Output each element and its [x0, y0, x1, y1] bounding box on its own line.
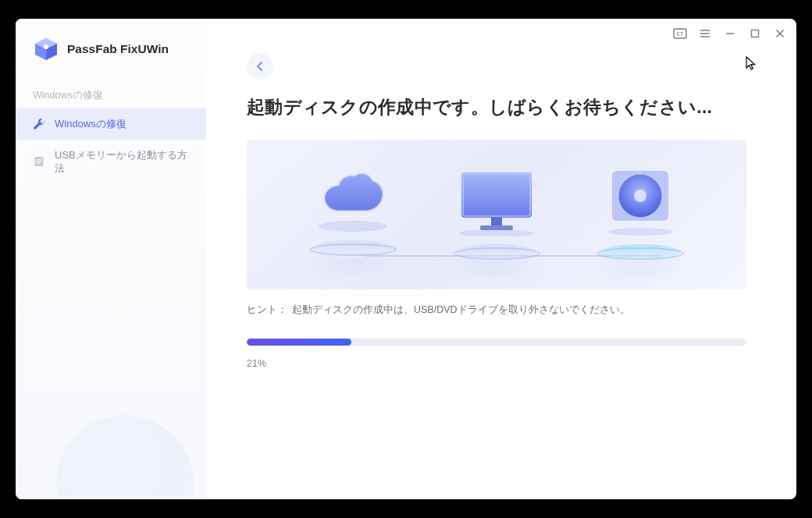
app-logo-icon: [33, 36, 59, 62]
close-icon[interactable]: [773, 27, 787, 41]
monitor-icon: [454, 169, 540, 236]
sidebar-item-usb-boot-guide[interactable]: USBメモリーから起動する方法: [16, 140, 206, 184]
hint-label: ヒント：: [247, 304, 287, 315]
chevron-left-icon: [255, 62, 265, 71]
cloud-icon: [315, 173, 390, 232]
device-monitor: [453, 169, 540, 260]
progress-percent: 21%: [247, 358, 753, 369]
sidebar-item-label: Windowsの修復: [55, 117, 189, 131]
sidebar-item-label: USBメモリーから起動する方法: [55, 148, 189, 176]
hint-text: ヒント：起動ディスクの作成中は、USB/DVDドライブを取り外さないでください。: [247, 303, 753, 317]
svg-point-27: [607, 228, 673, 236]
doc-icon: [33, 155, 45, 168]
main: 起動ディスクの作成中です。しばらくお待ちください...: [206, 19, 796, 369]
menu-icon[interactable]: [698, 27, 712, 41]
progress-fill: [247, 339, 351, 346]
back-button[interactable]: [247, 53, 273, 80]
titlebar: ET: [673, 27, 787, 41]
svg-rect-14: [752, 30, 759, 37]
svg-rect-20: [491, 218, 502, 225]
wrench-icon: [33, 118, 45, 130]
decorative-circle: [56, 415, 194, 499]
svg-text:ET: ET: [677, 31, 685, 37]
svg-point-17: [319, 221, 387, 232]
sidebar-section-title: Windowsの修復: [16, 81, 206, 108]
disc-icon: [604, 169, 676, 236]
app-title: PassFab FixUWin: [67, 42, 169, 56]
sidebar-item-windows-repair[interactable]: Windowsの修復: [16, 108, 206, 140]
svg-point-22: [459, 229, 534, 236]
content-area: ET 起動ディスクの作成中です。しばらくお待ちください...: [206, 19, 796, 499]
hint-body: 起動ディスクの作成中は、USB/DVDドライブを取り外さないでください。: [292, 304, 630, 315]
svg-rect-6: [37, 161, 42, 161]
svg-rect-18: [461, 172, 532, 218]
brand: PassFab FixUWin: [16, 19, 206, 81]
hero-illustration: [247, 140, 746, 289]
minimize-icon[interactable]: [723, 27, 737, 41]
subtitle-icon[interactable]: ET: [673, 27, 687, 41]
progress-bar: [247, 339, 746, 346]
maximize-icon[interactable]: [748, 27, 762, 41]
page-title: 起動ディスクの作成中です。しばらくお待ちください...: [247, 95, 753, 119]
svg-point-25: [634, 190, 646, 202]
svg-point-3: [44, 44, 48, 49]
device-disc: [597, 169, 684, 260]
sidebar: PassFab FixUWin Windowsの修復 Windowsの修復 US…: [16, 19, 206, 499]
app-window: PassFab FixUWin Windowsの修復 Windowsの修復 US…: [16, 19, 796, 499]
svg-rect-7: [37, 163, 41, 164]
svg-rect-5: [37, 159, 42, 160]
device-cloud: [309, 173, 397, 256]
